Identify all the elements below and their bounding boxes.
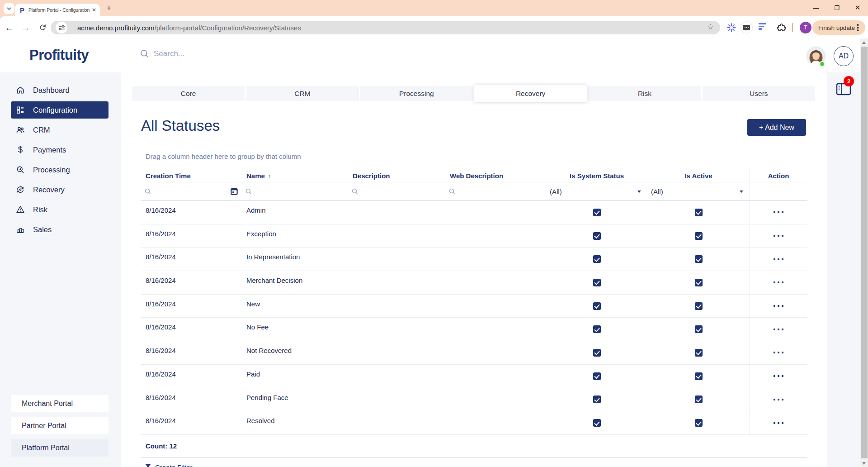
global-search[interactable]: Search... (140, 49, 184, 58)
cell-is-active (647, 248, 750, 271)
is-active-checkbox[interactable] (695, 396, 703, 403)
cell-is-system-status (546, 388, 647, 411)
reload-button[interactable] (36, 16, 49, 38)
window-minimize-button[interactable]: — (806, 0, 826, 15)
search-icon (140, 49, 149, 58)
column-header-description[interactable]: Description (348, 169, 445, 182)
page-scrollbar[interactable] (860, 38, 868, 467)
extension-spinner-icon[interactable] (725, 16, 738, 38)
tab-users[interactable]: Users (703, 86, 815, 101)
is-active-checkbox[interactable] (695, 255, 703, 263)
filter-name[interactable] (242, 182, 348, 200)
sidebar-item-sales[interactable]: Sales (11, 221, 108, 238)
portal-button-partner-portal[interactable]: Partner Portal (11, 417, 108, 434)
filter-web-description[interactable] (445, 182, 546, 200)
is-active-checkbox[interactable] (695, 325, 703, 333)
is-system-status-checkbox[interactable] (593, 255, 601, 263)
is-system-status-checkbox[interactable] (593, 419, 601, 427)
is-active-checkbox[interactable] (695, 372, 703, 380)
forward-button[interactable]: → (19, 16, 33, 38)
calendar-icon[interactable] (231, 188, 238, 197)
is-active-checkbox[interactable] (695, 209, 703, 216)
filter-description[interactable] (348, 182, 445, 200)
cell-description (348, 201, 445, 224)
group-by-hint: Drag a column header here to group by th… (146, 152, 301, 160)
cell-web-description (445, 365, 546, 388)
sidebar-item-recovery[interactable]: Recovery (11, 181, 108, 198)
window-maximize-button[interactable]: ❐ (826, 0, 847, 15)
site-settings-icon[interactable] (56, 22, 67, 33)
is-system-status-checkbox[interactable] (593, 325, 601, 333)
column-header-is-system-status[interactable]: Is System Status (546, 169, 647, 182)
scroll-up-icon[interactable] (862, 41, 866, 44)
tab-close-icon[interactable]: ✕ (92, 7, 96, 13)
tab-core[interactable]: Core (132, 86, 245, 101)
scroll-down-icon[interactable] (862, 462, 866, 465)
sidebar-item-dashboard[interactable]: Dashboard (11, 81, 108, 99)
tab-processing[interactable]: Processing (360, 86, 473, 101)
filter-is-system-status[interactable]: (All) (546, 182, 647, 200)
user-initials-badge[interactable]: AD (834, 46, 854, 66)
extension-chat-icon[interactable] (740, 16, 753, 38)
cell-web-description (445, 248, 546, 271)
finish-update-button[interactable]: Finish update ••• (812, 20, 865, 35)
is-active-checkbox[interactable] (695, 279, 703, 286)
sidebar-item-payments[interactable]: Payments (11, 141, 108, 158)
row-actions-button[interactable] (774, 375, 783, 377)
is-system-status-checkbox[interactable] (593, 396, 601, 403)
table-filter-row: (All) (All) (141, 182, 807, 201)
tab-crm[interactable]: CRM (246, 86, 359, 101)
cell-creation-time: 8/16/2024 (141, 224, 242, 248)
row-actions-button[interactable] (774, 211, 783, 213)
row-actions-button[interactable] (774, 329, 783, 330)
row-actions-button[interactable] (774, 235, 783, 237)
sidebar-item-configuration[interactable]: Configuration (11, 101, 108, 119)
tab-risk[interactable]: Risk (588, 86, 701, 101)
row-actions-button[interactable] (774, 281, 783, 283)
browser-menu-icon[interactable]: ••• (857, 24, 861, 32)
url-bar[interactable]: acme.demo.profituity.com/platform-portal… (51, 21, 720, 34)
is-active-checkbox[interactable] (695, 349, 703, 357)
is-active-checkbox[interactable] (695, 302, 703, 310)
sidebar-item-risk[interactable]: Risk (11, 201, 108, 218)
row-actions-button[interactable] (774, 399, 783, 400)
is-active-checkbox[interactable] (695, 419, 703, 427)
filter-creation-time[interactable] (141, 182, 242, 200)
add-new-button[interactable]: + Add New (747, 119, 806, 136)
scrollbar-thumb[interactable] (861, 47, 868, 458)
is-system-status-checkbox[interactable] (593, 302, 601, 310)
cell-action (750, 248, 807, 271)
row-actions-button[interactable] (774, 258, 783, 260)
row-actions-button[interactable] (774, 305, 783, 307)
row-actions-button[interactable] (774, 352, 783, 353)
new-tab-button[interactable]: + (104, 2, 114, 14)
is-active-checkbox[interactable] (695, 232, 703, 240)
cell-web-description (445, 295, 546, 318)
sidebar-item-crm[interactable]: CRM (11, 121, 108, 138)
extensions-puzzle-icon[interactable] (775, 16, 788, 38)
column-header-name[interactable]: Name↑ (242, 169, 348, 182)
browser-profile-avatar[interactable]: T (800, 22, 811, 33)
browser-tab[interactable]: P Platform Portal - Configuration ✕ (15, 4, 100, 16)
is-system-status-checkbox[interactable] (593, 232, 601, 240)
bookmark-star-icon[interactable]: ☆ (707, 22, 714, 32)
sidebar-item-processing[interactable]: Processing (11, 161, 108, 178)
row-actions-button[interactable] (774, 422, 783, 424)
is-system-status-checkbox[interactable] (593, 372, 601, 380)
is-system-status-checkbox[interactable] (593, 279, 601, 286)
portal-button-platform-portal[interactable]: Platform Portal (11, 439, 108, 457)
filter-is-active[interactable]: (All) (647, 182, 750, 200)
tab-search-button[interactable] (4, 3, 14, 14)
column-header-creation-time[interactable]: Creation Time (141, 169, 242, 182)
column-header-web-description[interactable]: Web Description (445, 169, 546, 182)
is-system-status-checkbox[interactable] (593, 349, 601, 357)
column-header-is-active[interactable]: Is Active (647, 169, 750, 182)
portal-button-merchant-portal[interactable]: Merchant Portal (11, 395, 108, 412)
create-filter-button[interactable]: Create Filter (141, 458, 807, 467)
window-close-button[interactable]: ✕ (847, 0, 868, 15)
extension-filter-icon[interactable] (759, 16, 769, 38)
app-logo[interactable]: Profituity (29, 47, 89, 63)
is-system-status-checkbox[interactable] (593, 209, 601, 216)
tab-recovery[interactable]: Recovery (474, 85, 587, 102)
back-button[interactable]: ← (3, 16, 16, 38)
